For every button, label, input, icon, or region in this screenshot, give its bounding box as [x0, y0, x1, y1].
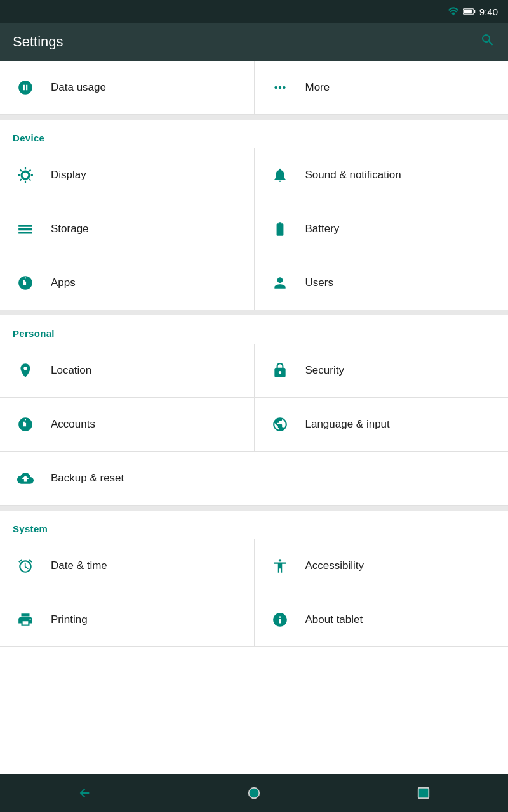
- display-icon: [13, 162, 38, 188]
- device-section-header: Device: [0, 120, 508, 148]
- home-button[interactable]: [235, 780, 273, 806]
- storage-icon: [13, 216, 38, 242]
- settings-item-language[interactable]: Language & input: [255, 398, 509, 451]
- settings-item-data-usage[interactable]: Data usage: [0, 61, 255, 114]
- settings-item-about[interactable]: About tablet: [255, 593, 509, 646]
- battery-label: Battery: [305, 223, 340, 235]
- settings-item-security[interactable]: Security: [255, 344, 509, 397]
- backup-icon: [13, 466, 38, 491]
- sound-label: Sound & notification: [305, 169, 401, 181]
- settings-item-sound[interactable]: Sound & notification: [255, 148, 509, 202]
- svg-rect-4: [418, 788, 429, 799]
- settings-item-storage[interactable]: Storage: [0, 202, 255, 256]
- settings-item-users[interactable]: Users: [255, 256, 509, 310]
- storage-label: Storage: [51, 223, 89, 235]
- settings-item-backup[interactable]: Backup & reset: [0, 452, 508, 506]
- settings-item-battery[interactable]: Battery: [255, 202, 509, 256]
- row-location-security: Location Security: [0, 344, 508, 398]
- settings-item-display[interactable]: Display: [0, 148, 255, 202]
- data-usage-icon: [13, 75, 38, 100]
- location-icon: [13, 358, 38, 383]
- display-label: Display: [51, 169, 86, 181]
- personal-section-header: Personal: [0, 315, 508, 344]
- battery-status-icon: [463, 7, 476, 16]
- wifi-icon: [448, 7, 459, 16]
- settings-item-more[interactable]: More: [255, 61, 509, 114]
- accessibility-icon: [267, 553, 293, 579]
- security-label: Security: [305, 364, 344, 377]
- backup-label: Backup & reset: [51, 472, 124, 485]
- svg-rect-2: [464, 10, 472, 13]
- status-time: 9:40: [479, 6, 498, 17]
- about-icon: [267, 607, 293, 632]
- app-bar: Settings: [0, 23, 508, 61]
- location-label: Location: [51, 364, 91, 377]
- settings-content: Data usage More Device Display: [0, 61, 508, 774]
- printing-icon: [13, 607, 38, 632]
- language-label: Language & input: [305, 418, 390, 431]
- row-data-usage-more: Data usage More: [0, 61, 508, 115]
- battery-icon: [267, 216, 293, 242]
- accounts-icon: [13, 412, 38, 437]
- svg-rect-1: [474, 10, 475, 13]
- back-button[interactable]: [65, 780, 104, 806]
- more-icon: [267, 75, 293, 100]
- row-storage-battery: Storage Battery: [0, 202, 508, 256]
- printing-label: Printing: [51, 613, 88, 626]
- settings-item-accounts[interactable]: Accounts: [0, 398, 255, 451]
- recents-button[interactable]: [404, 780, 443, 806]
- search-button[interactable]: [480, 32, 495, 51]
- row-display-sound: Display Sound & notification: [0, 148, 508, 202]
- accounts-label: Accounts: [51, 418, 95, 431]
- datetime-label: Date & time: [51, 560, 107, 572]
- settings-item-location[interactable]: Location: [0, 344, 255, 397]
- apps-icon: [13, 270, 38, 296]
- about-label: About tablet: [305, 613, 363, 626]
- page-title: Settings: [13, 34, 64, 50]
- row-accounts-language: Accounts Language & input: [0, 398, 508, 452]
- data-usage-label: Data usage: [51, 81, 106, 94]
- system-section-header: System: [0, 511, 508, 539]
- settings-item-accessibility[interactable]: Accessibility: [255, 539, 509, 593]
- more-label: More: [305, 81, 330, 94]
- divider-device: [0, 115, 508, 120]
- status-icons: 9:40: [448, 6, 498, 17]
- row-datetime-accessibility: Date & time Accessibility: [0, 539, 508, 593]
- bottom-nav: [0, 774, 508, 812]
- sound-icon: [267, 162, 293, 188]
- settings-item-datetime[interactable]: Date & time: [0, 539, 255, 593]
- row-printing-about: Printing About tablet: [0, 593, 508, 647]
- divider-personal: [0, 310, 508, 315]
- language-icon: [267, 412, 293, 437]
- users-icon: [267, 270, 293, 296]
- datetime-icon: [13, 553, 38, 579]
- divider-system: [0, 506, 508, 511]
- bottom-padding: [0, 647, 508, 660]
- apps-label: Apps: [51, 277, 76, 289]
- settings-item-apps[interactable]: Apps: [0, 256, 255, 310]
- row-apps-users: Apps Users: [0, 256, 508, 310]
- settings-item-printing[interactable]: Printing: [0, 593, 255, 646]
- accessibility-label: Accessibility: [305, 560, 364, 572]
- svg-point-3: [249, 788, 260, 799]
- users-label: Users: [305, 277, 333, 289]
- security-icon: [267, 358, 293, 383]
- status-bar: 9:40: [0, 0, 508, 23]
